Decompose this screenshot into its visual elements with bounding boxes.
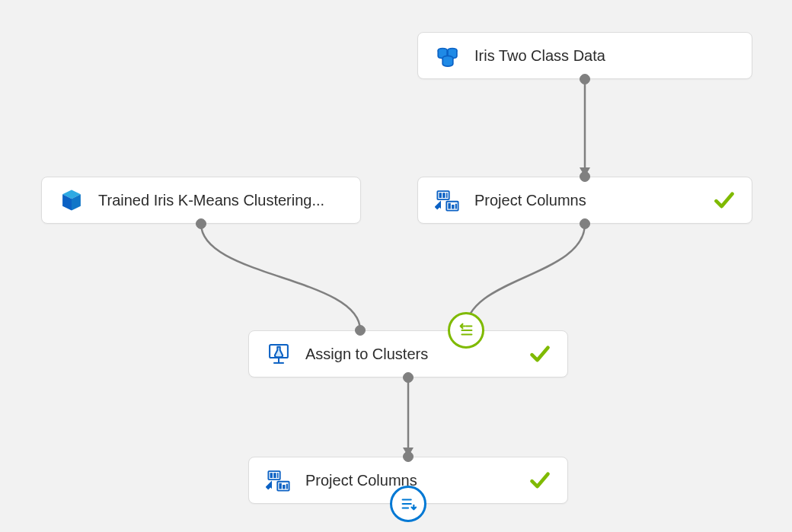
svg-rect-19 xyxy=(279,483,281,489)
status-ok-icon xyxy=(529,470,551,491)
pipeline-canvas[interactable]: Iris Two Class Data Trained Iris K-Means… xyxy=(0,0,792,532)
output-port[interactable] xyxy=(580,74,590,84)
status-ok-icon xyxy=(714,190,735,211)
svg-rect-21 xyxy=(286,484,288,489)
output-port[interactable] xyxy=(580,218,590,229)
node-project-columns-1[interactable]: Project Columns xyxy=(417,177,752,224)
edge-arrowhead-icon xyxy=(403,448,414,457)
node-iris-two-class-data[interactable]: Iris Two Class Data xyxy=(417,32,752,79)
svg-rect-17 xyxy=(277,473,279,478)
edge xyxy=(201,224,360,330)
svg-rect-9 xyxy=(452,205,454,209)
svg-rect-8 xyxy=(448,203,450,209)
svg-rect-4 xyxy=(439,193,442,198)
node-label: Trained Iris K-Means Clustering... xyxy=(98,192,343,209)
svg-rect-16 xyxy=(273,473,276,478)
project-columns-icon xyxy=(266,467,292,493)
output-port[interactable] xyxy=(196,218,206,229)
export-badge[interactable] xyxy=(390,486,426,522)
rows-badge[interactable] xyxy=(448,312,484,349)
edges-layer xyxy=(0,0,792,532)
node-trained-kmeans-model[interactable]: Trained Iris K-Means Clustering... xyxy=(41,177,361,224)
node-assign-to-clusters[interactable]: Assign to Clusters xyxy=(248,330,568,377)
input-port[interactable] xyxy=(355,325,366,336)
node-label: Iris Two Class Data xyxy=(474,47,735,65)
status-ok-icon xyxy=(529,343,551,365)
experiment-icon xyxy=(266,341,292,367)
model-cube-icon xyxy=(59,187,85,213)
svg-rect-15 xyxy=(270,473,273,478)
output-port[interactable] xyxy=(403,372,414,383)
node-label: Assign to Clusters xyxy=(305,346,520,363)
dataset-icon xyxy=(435,43,461,68)
edge-arrowhead-icon xyxy=(580,167,590,177)
svg-rect-20 xyxy=(283,485,285,489)
project-columns-icon xyxy=(435,187,461,213)
svg-rect-6 xyxy=(446,193,448,198)
svg-rect-10 xyxy=(455,204,457,209)
node-label: Project Columns xyxy=(474,192,704,209)
svg-rect-5 xyxy=(442,193,445,198)
edge xyxy=(466,224,585,330)
